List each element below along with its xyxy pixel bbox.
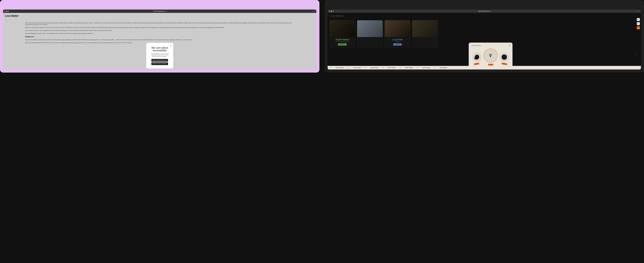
accessibility-modal: ✕ We care about accessibility If you str… [146,43,173,68]
flame-icon: 🔥 [348,67,349,68]
media-options: REELS 🎙 LISTEN WATCH [471,47,510,66]
nav-back-forward[interactable]: ‹ › [336,10,338,12]
card-tags: ADVICE, RELATIONSHIPS (+2) [330,41,355,42]
ticker-item: LATEST REELS [353,67,361,68]
close-icon[interactable] [4,11,6,12]
side-toolbar: 🔍 👀 ● [637,18,640,29]
card-image: ♡ [385,20,410,37]
card-image: ♡ [357,20,383,37]
ticker-item: LATEST REELS [336,67,344,68]
minimize-icon[interactable] [331,11,332,12]
record-icon[interactable]: ● [637,26,640,29]
content-card[interactable]: ♡ Expert Advice ADVICE, RELATIONSHIPS (+… [330,20,355,47]
ticker-item: LATEST REELS [422,67,430,68]
eyes-icon[interactable]: 👀 [637,22,640,25]
flame-shape-icon [474,54,480,60]
listen-option[interactable]: 🎙 [484,48,498,62]
reels-option[interactable]: REELS [472,52,482,62]
browser-chrome: ‹ › 🔒 lovebetter.org.nz ↥ + ⧉ [328,9,641,13]
ticker-item: LATEST REELS [439,67,448,68]
card-image [412,20,438,37]
address-bar[interactable]: 🔒 lovebetter.org.nz [477,10,492,12]
card-title: Love Ends [385,37,410,41]
explore-button[interactable]: EXPLORE [338,43,346,45]
url-text: lovebetter.org.nz [481,10,490,12]
page-content-left: Love Better ← When someone you know goes… [3,13,316,69]
flame-icon: 🔥 [365,67,366,68]
card-image: ♡ [330,20,355,37]
minimize-icon[interactable] [6,11,7,12]
browser-window-right: ‹ › 🔒 lovebetter.org.nz ↥ + ⧉ Love Bette… [328,9,641,69]
close-icon[interactable]: ✕ [170,44,172,46]
card-title: Expert Advice [330,37,355,41]
blob-shape-icon [502,54,507,60]
browser-actions[interactable]: ↥ + ⧉ [636,10,640,12]
watch-option[interactable]: WATCH [500,52,509,62]
watch-tag: WATCH [502,62,508,65]
ticker-item: LATEST REELS [405,67,413,68]
flame-icon: 🔥 [400,67,401,68]
close-icon[interactable]: ✕ [509,44,510,46]
content-card[interactable]: ♡ Love Ends DATING (+4) EXPLORE [384,20,410,47]
lock-icon: 🔒 [154,10,156,12]
maximize-icon[interactable] [8,11,9,12]
site-logo[interactable]: Love Better [328,13,641,19]
high-contrast-button[interactable]: TURN OFF HIGH CONTRAST [151,62,168,65]
explore-media-modal: ✕ EXPLORE MEDIA REELS 🎙 LISTEN [469,43,512,69]
browser-window-left: ‹ › 🔒 lovebetter.org.nz ↥ + ⧉ Love Bette… [3,9,316,69]
lock-icon: 🔒 [479,10,480,12]
flame-icon: 🔥 [434,67,436,68]
card-tags: DATING (+4) [385,41,410,42]
listen-tag: LISTEN [488,64,493,66]
page-content-right: Love Better 🔍 👀 ● ♡ Expert Advice ADVICE… [328,13,641,69]
modal-title: EXPLORE MEDIA [471,45,510,46]
content-card[interactable] [412,20,438,47]
panel-right: ‹ › 🔒 lovebetter.org.nz ↥ + ⧉ Love Bette… [324,0,644,73]
close-icon[interactable] [329,11,330,12]
next-arrow-icon[interactable]: → [635,53,638,56]
browser-actions[interactable]: ↥ + ⧉ [311,10,315,12]
traffic-lights[interactable] [4,11,9,12]
ticker-item: LATEST REELS [370,67,378,68]
flame-icon: 🔥 [417,67,418,68]
nav-back-forward[interactable]: ‹ › [12,10,13,12]
search-icon[interactable]: 🔍 [637,18,640,21]
microphone-icon: 🎙 [488,53,493,58]
modal-body: If you struggle with your vision, you ca… [150,53,170,57]
explore-button[interactable]: EXPLORE [393,43,402,45]
reduced-motion-button[interactable]: TURN ON REDUCED MOTION [151,59,168,62]
heart-icon[interactable]: ♡ [353,21,354,23]
flame-icon: 🔥 [382,67,384,68]
panel-left: ‹ › 🔒 lovebetter.org.nz ↥ + ⧉ Love Bette… [0,0,320,73]
heart-icon[interactable]: ♡ [408,21,409,23]
maximize-icon[interactable] [332,11,334,12]
browser-chrome: ‹ › 🔒 lovebetter.org.nz ↥ + ⧉ [3,9,316,13]
modal-title: We care about accessibility [150,46,170,52]
reels-tag: REELS [474,62,480,65]
heart-icon[interactable]: ♡ [380,21,382,23]
address-bar[interactable]: 🔒 lovebetter.org.nz [152,10,167,12]
traffic-lights[interactable] [329,11,334,12]
content-card[interactable]: ♡ [357,20,383,47]
url-text: lovebetter.org.nz [156,10,165,12]
ticker-item: LATEST REELS [388,67,396,68]
flame-icon: 🔥 [330,67,332,68]
